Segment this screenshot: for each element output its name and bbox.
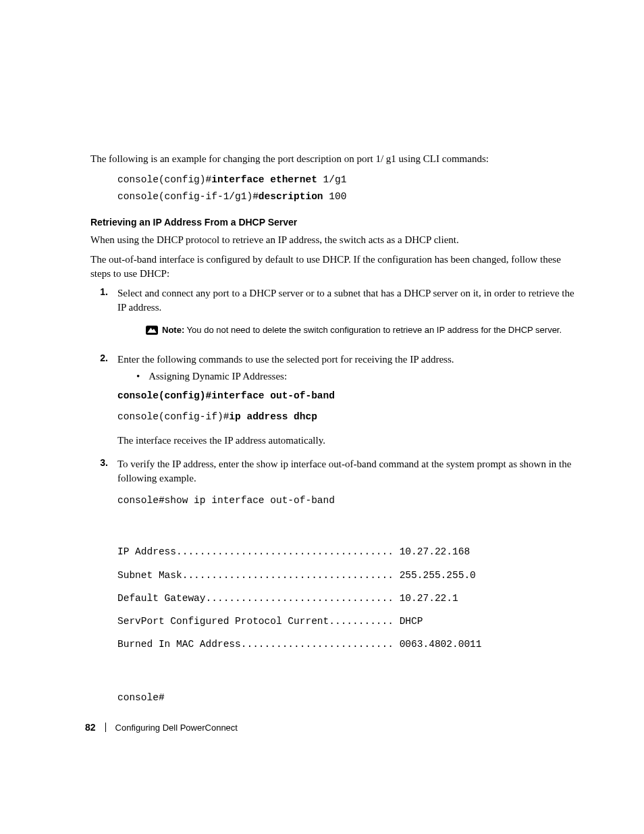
- code-prompt: console(config-if-1/g1)#: [117, 191, 259, 202]
- step-after-text: The interface receives the IP address au…: [117, 434, 583, 448]
- page-footer: 82 Configuring Dell PowerConnect: [85, 722, 238, 733]
- note-icon: [146, 325, 158, 335]
- note-label: Note:: [162, 325, 184, 335]
- footer-separator: [105, 723, 106, 732]
- step-text: Enter the following commands to use the …: [117, 354, 454, 365]
- output-line: IP Address..............................…: [117, 542, 583, 561]
- intro-paragraph: The following is an example for changing…: [90, 152, 583, 166]
- note-row: Note: You do not need to delete the swit…: [146, 324, 583, 336]
- page-number: 82: [85, 722, 96, 733]
- steps-list: 1. Select and connect any port to a DHCP…: [90, 286, 583, 711]
- step-number: 3.: [90, 457, 108, 711]
- code-line: console(config)#interface out-of-band: [117, 388, 583, 405]
- bullet-item: Assigning Dynamic IP Addresses:: [136, 369, 583, 384]
- note-text: You do not need to delete the switch con…: [184, 325, 562, 335]
- footer-title: Configuring Dell PowerConnect: [115, 723, 238, 733]
- step-number: 2.: [90, 353, 108, 447]
- output-line: Burned In MAC Address...................…: [117, 635, 583, 654]
- code-prompt: console(config)#: [117, 174, 211, 185]
- section-heading: Retrieving an IP Address From a DHCP Ser…: [90, 217, 583, 228]
- list-item: 1. Select and connect any port to a DHCP…: [90, 286, 583, 346]
- code-prompt: console(config-if)#: [117, 411, 229, 422]
- code-line: console#show ip interface out-of-band: [117, 492, 583, 509]
- code-line: console(config-if)#ip address dhcp: [117, 409, 583, 425]
- console-prompt: console#: [117, 688, 583, 707]
- document-page: The following is an example for changing…: [0, 0, 644, 834]
- example-code-block: console(config)#interface ethernet 1/g1 …: [117, 172, 583, 205]
- code-argument: 1/g1: [317, 174, 347, 185]
- list-item: 3. To verify the IP address, enter the s…: [90, 457, 583, 711]
- list-item: 2. Enter the following commands to use t…: [90, 353, 583, 447]
- step-number: 1.: [90, 286, 108, 346]
- code-command: ip address dhcp: [229, 411, 317, 422]
- step-text: Select and connect any port to a DHCP se…: [117, 288, 574, 313]
- step-text: To verify the IP address, enter the show…: [117, 459, 571, 484]
- code-command: interface ethernet: [211, 174, 317, 185]
- paragraph: When using the DHCP protocol to retrieve…: [90, 233, 583, 247]
- output-line: Subnet Mask.............................…: [117, 566, 583, 585]
- output-line: ServPort Configured Protocol Current....…: [117, 612, 583, 631]
- code-argument: 100: [323, 191, 347, 202]
- code-command: description: [259, 191, 323, 202]
- output-line: Default Gateway.........................…: [117, 589, 583, 608]
- paragraph: The out-of-band interface is configured …: [90, 253, 583, 281]
